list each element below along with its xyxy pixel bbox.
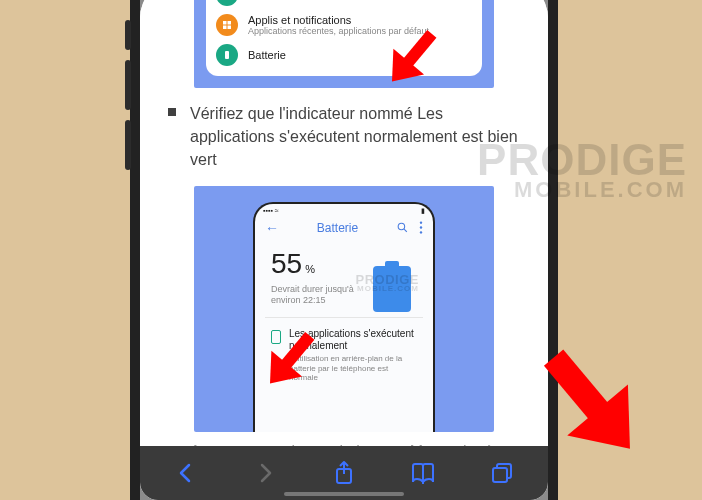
settings-row-title: Applis et notifications — [248, 14, 429, 26]
inner-header: ← Batterie — [255, 216, 433, 240]
search-icon — [396, 221, 409, 234]
svg-marker-18 — [567, 385, 660, 475]
inner-body: 55 % Devrait durer jusqu'à environ 22:15 — [255, 240, 433, 391]
article-paragraph-block: Vérifiez que l'indicateur nommé Les appl… — [140, 88, 548, 186]
more-icon — [419, 221, 423, 234]
settings-card: Bluetooth, NFC Applis et notifications A… — [206, 0, 482, 76]
bullet-icon — [168, 108, 176, 116]
settings-row-title: Batterie — [248, 49, 286, 61]
battery-icon — [216, 44, 238, 66]
bookmarks-button[interactable] — [399, 449, 447, 497]
apps-status-row: Les applications s'exécutent normalement… — [271, 328, 417, 383]
phone-side-button — [125, 20, 131, 50]
svg-line-6 — [404, 229, 407, 232]
inner-phone: ▪▪▪▪ ≈ ▮ ← Batterie 55 — [253, 202, 435, 432]
share-button[interactable] — [320, 449, 368, 497]
webpage-content[interactable]: Bluetooth, NFC Applis et notifications A… — [140, 0, 548, 500]
svg-rect-12 — [493, 468, 507, 482]
tabs-button[interactable] — [478, 449, 526, 497]
phone-frame: Bluetooth, NFC Applis et notifications A… — [130, 0, 558, 500]
apps-status-sub: L'utilisation en arrière-plan de la batt… — [289, 354, 417, 383]
settings-row-apps: Applis et notifications Applications réc… — [216, 10, 472, 40]
back-icon: ← — [265, 220, 279, 236]
battery-large-icon — [373, 266, 411, 312]
apps-icon — [216, 14, 238, 36]
apps-ok-icon — [271, 330, 281, 344]
screenshot-settings: Bluetooth, NFC Applis et notifications A… — [194, 0, 494, 88]
phone-volume-up — [125, 60, 131, 110]
battery-pct-unit: % — [305, 263, 315, 275]
battery-pct-number: 55 — [271, 248, 302, 280]
svg-point-9 — [420, 231, 422, 233]
browser-toolbar — [140, 446, 548, 500]
phone-screen: Bluetooth, NFC Applis et notifications A… — [140, 0, 548, 500]
svg-rect-1 — [228, 21, 232, 25]
settings-row-network: Bluetooth, NFC — [216, 0, 472, 10]
settings-row-sub: Applications récentes, applications par … — [248, 26, 429, 36]
network-icon — [216, 0, 238, 6]
svg-point-8 — [420, 226, 422, 228]
status-battery: ▮ — [421, 207, 425, 215]
apps-status-title: Les applications s'exécutent normalement — [289, 328, 417, 352]
inner-header-title: Batterie — [317, 221, 358, 235]
battery-sub1: Devrait durer jusqu'à — [271, 284, 354, 294]
svg-point-7 — [420, 221, 422, 223]
svg-rect-0 — [223, 21, 227, 25]
status-signal: ▪▪▪▪ ≈ — [263, 207, 279, 214]
battery-sub2: environ 22:15 — [271, 295, 326, 305]
svg-rect-4 — [225, 51, 229, 59]
svg-rect-3 — [228, 26, 232, 30]
article-paragraph: Vérifiez que l'indicateur nommé Les appl… — [190, 102, 524, 172]
divider — [265, 317, 423, 318]
screenshot-battery: ▪▪▪▪ ≈ ▮ ← Batterie 55 — [194, 186, 494, 432]
settings-row-battery: Batterie — [216, 40, 472, 70]
svg-point-5 — [398, 223, 405, 230]
phone-volume-down — [125, 120, 131, 170]
back-button[interactable] — [162, 449, 210, 497]
home-indicator[interactable] — [284, 492, 404, 496]
svg-rect-2 — [223, 26, 227, 30]
inner-status-bar: ▪▪▪▪ ≈ ▮ — [255, 204, 433, 216]
forward-button[interactable] — [241, 449, 289, 497]
